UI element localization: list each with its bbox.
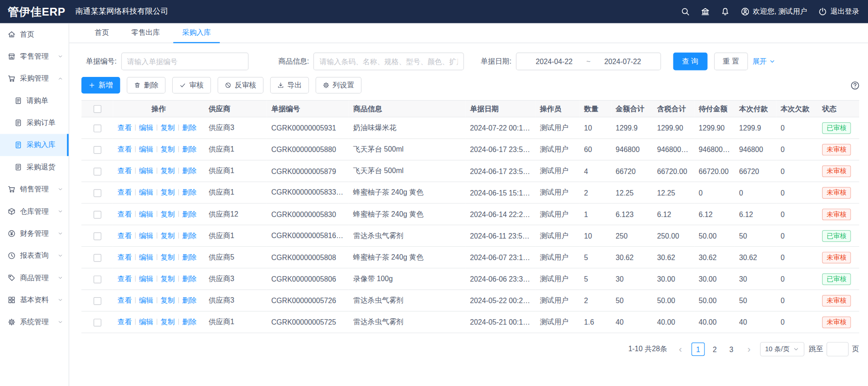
row-action-delete[interactable]: 删除 xyxy=(182,296,197,304)
sidebar-item[interactable]: 系统管理 xyxy=(0,311,69,333)
prev-page-button[interactable]: ‹ xyxy=(674,343,687,356)
row-action-edit[interactable]: 编辑 xyxy=(139,253,153,261)
row-action-delete[interactable]: 删除 xyxy=(182,253,197,261)
search-button[interactable]: 查 询 xyxy=(673,53,707,71)
welcome-user[interactable]: 欢迎您, 测试用户 xyxy=(741,7,807,17)
row-checkbox[interactable] xyxy=(93,146,101,154)
row-checkbox[interactable] xyxy=(93,232,101,240)
page-number-button[interactable]: 2 xyxy=(708,343,721,356)
row-action-view[interactable]: 查看 xyxy=(117,124,131,132)
row-action-edit[interactable]: 编辑 xyxy=(139,231,153,239)
sidebar-item[interactable]: 首页 xyxy=(0,23,69,45)
help-icon[interactable] xyxy=(850,81,860,90)
sidebar-item[interactable]: 仓库管理 xyxy=(0,201,69,223)
row-action-view[interactable]: 查看 xyxy=(117,296,131,304)
expand-link[interactable]: 展开 xyxy=(753,56,776,66)
row-checkbox[interactable] xyxy=(93,211,101,218)
date-from[interactable]: 2024-04-22 xyxy=(524,57,584,65)
action-separator xyxy=(178,125,179,130)
row-action-edit[interactable]: 编辑 xyxy=(139,296,153,304)
row-checkbox[interactable] xyxy=(93,319,101,326)
row-action-view[interactable]: 查看 xyxy=(117,188,131,196)
tab-item[interactable]: 首页 xyxy=(86,23,118,43)
jump-input[interactable] xyxy=(826,342,848,356)
row-checkbox[interactable] xyxy=(93,297,101,305)
row-checkbox[interactable] xyxy=(93,189,101,197)
sidebar-item[interactable]: 销售管理 xyxy=(0,178,69,200)
column-settings-button[interactable]: 列设置 xyxy=(316,77,361,93)
row-action-edit[interactable]: 编辑 xyxy=(139,124,153,132)
row-action-copy[interactable]: 复制 xyxy=(160,253,175,261)
reset-button[interactable]: 重 置 xyxy=(714,53,748,71)
row-action-delete[interactable]: 删除 xyxy=(182,210,197,218)
row-action-copy[interactable]: 复制 xyxy=(160,124,175,132)
row-checkbox[interactable] xyxy=(93,276,101,283)
order-no-input[interactable] xyxy=(121,53,248,71)
row-action-copy[interactable]: 复制 xyxy=(160,167,175,175)
sidebar-item[interactable]: 零售管理 xyxy=(0,45,69,67)
next-page-button[interactable]: › xyxy=(742,343,756,356)
column-header: 操作员 xyxy=(540,104,561,113)
row-checkbox[interactable] xyxy=(93,254,101,261)
sidebar-item[interactable]: 采购退货 xyxy=(0,156,69,178)
page-number-button[interactable]: 1 xyxy=(692,343,705,356)
unaudit-button[interactable]: 反审核 xyxy=(218,77,263,93)
row-action-copy[interactable]: 复制 xyxy=(160,210,175,218)
logout-button[interactable]: 退出登录 xyxy=(818,7,859,17)
row-action-copy[interactable]: 复制 xyxy=(160,188,175,196)
row-action-copy[interactable]: 复制 xyxy=(160,274,175,283)
row-action-view[interactable]: 查看 xyxy=(117,145,131,153)
page-size-select[interactable]: 10 条/页 xyxy=(760,342,804,356)
row-checkbox[interactable] xyxy=(93,168,101,175)
row-action-delete[interactable]: 删除 xyxy=(182,318,197,326)
row-action-delete[interactable]: 删除 xyxy=(182,231,197,239)
delete-button[interactable]: 删除 xyxy=(127,77,166,93)
row-action-copy[interactable]: 复制 xyxy=(160,231,175,239)
search-icon[interactable] xyxy=(681,7,689,16)
audit-button[interactable]: 审核 xyxy=(172,77,211,93)
row-action-view[interactable]: 查看 xyxy=(117,318,131,326)
row-action-copy[interactable]: 复制 xyxy=(160,296,175,304)
sidebar-item[interactable]: 采购管理 xyxy=(0,67,69,89)
sidebar-item[interactable]: 基本资料 xyxy=(0,289,69,311)
tab-item[interactable]: 零售出库 xyxy=(122,23,169,43)
row-action-copy[interactable]: 复制 xyxy=(160,318,175,326)
sidebar-item[interactable]: 财务管理 xyxy=(0,223,69,245)
row-action-delete[interactable]: 删除 xyxy=(182,167,197,175)
row-checkbox[interactable] xyxy=(93,125,101,132)
sidebar-item[interactable]: 采购入库 xyxy=(0,134,69,156)
cell-amount: 946800 xyxy=(616,145,639,153)
row-action-edit[interactable]: 编辑 xyxy=(139,145,153,153)
row-action-edit[interactable]: 编辑 xyxy=(139,274,153,283)
row-action-view[interactable]: 查看 xyxy=(117,274,131,283)
date-range-picker[interactable]: 2024-04-22 ~ 2024-07-22 xyxy=(516,53,661,71)
bank-icon[interactable] xyxy=(701,7,710,16)
row-action-delete[interactable]: 删除 xyxy=(182,188,197,196)
cell-supplier: 供应商5 xyxy=(209,253,235,261)
add-button[interactable]: 新增 xyxy=(82,77,120,93)
select-all-checkbox[interactable] xyxy=(93,105,101,113)
row-action-view[interactable]: 查看 xyxy=(117,231,131,239)
row-action-delete[interactable]: 删除 xyxy=(182,145,197,153)
tab-item[interactable]: 采购入库 xyxy=(173,23,220,43)
sidebar-item[interactable]: 采购订单 xyxy=(0,112,69,134)
row-action-delete[interactable]: 删除 xyxy=(182,124,197,132)
row-action-view[interactable]: 查看 xyxy=(117,167,131,175)
row-action-view[interactable]: 查看 xyxy=(117,253,131,261)
sidebar-item[interactable]: 报表查询 xyxy=(0,245,69,266)
row-action-edit[interactable]: 编辑 xyxy=(139,318,153,326)
row-action-edit[interactable]: 编辑 xyxy=(139,210,153,218)
date-to[interactable]: 2024-07-22 xyxy=(593,57,653,65)
product-info-input[interactable] xyxy=(313,53,464,71)
row-action-copy[interactable]: 复制 xyxy=(160,145,175,153)
sidebar-item[interactable]: 请购单 xyxy=(0,90,69,112)
row-action-edit[interactable]: 编辑 xyxy=(139,188,153,196)
row-action-delete[interactable]: 删除 xyxy=(182,274,197,283)
cell-order-no: CGRK00000005726 xyxy=(271,296,336,304)
sidebar-item[interactable]: 商品管理 xyxy=(0,267,69,289)
page-number-button[interactable]: 3 xyxy=(725,343,738,356)
bell-icon[interactable] xyxy=(721,7,729,16)
row-action-edit[interactable]: 编辑 xyxy=(139,167,153,175)
row-action-view[interactable]: 查看 xyxy=(117,210,131,218)
export-button[interactable]: 导出 xyxy=(270,77,309,93)
